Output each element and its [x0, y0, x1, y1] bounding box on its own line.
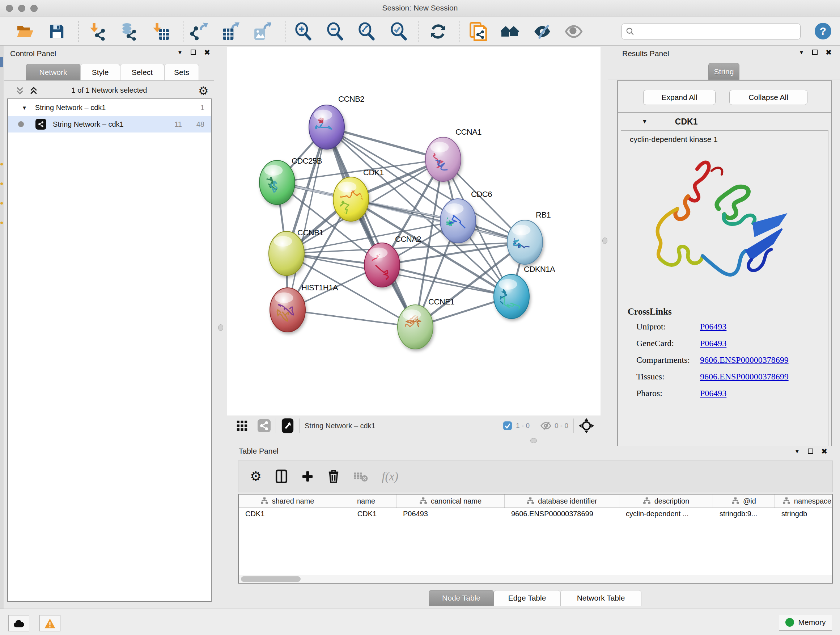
zoom-in-button[interactable] — [294, 22, 313, 41]
hidden-eye-icon[interactable] — [540, 421, 552, 431]
zoom-out-button[interactable] — [325, 22, 344, 41]
delete-column-trash-icon[interactable] — [327, 470, 340, 483]
panel-close-icon[interactable]: ✖ — [826, 49, 832, 56]
panel-float-icon[interactable] — [812, 50, 818, 55]
export-network-button[interactable] — [189, 22, 208, 41]
tab-sets[interactable]: Sets — [164, 64, 199, 81]
show-columns-icon[interactable] — [275, 470, 287, 483]
column-header-shared-name[interactable]: shared name — [239, 494, 336, 508]
crosslink-link[interactable]: P06493 — [700, 322, 726, 332]
panel-close-icon[interactable]: ✖ — [821, 448, 828, 455]
import-network-file-button[interactable] — [88, 22, 107, 41]
birds-eye-view-icon[interactable] — [281, 418, 294, 434]
panel-menu-icon[interactable]: ▼ — [177, 49, 183, 55]
panel-menu-icon[interactable]: ▼ — [799, 49, 804, 55]
pan-crosshair-icon[interactable] — [579, 418, 594, 433]
network-canvas[interactable]: CCNB2CCNA1CDC25BCDK1CDC6RB1CCNB1CCNA2CDK… — [227, 47, 600, 416]
collapse-all-button[interactable]: Collapse All — [729, 90, 807, 105]
table-horizontal-scrollbar[interactable] — [239, 575, 832, 583]
node-CDKN1A[interactable]: CDKN1A — [494, 264, 555, 318]
show-all-button[interactable] — [564, 22, 583, 41]
tab-style[interactable]: Style — [80, 64, 120, 81]
tab-network[interactable]: Network — [26, 64, 80, 81]
search-input[interactable] — [635, 27, 790, 36]
network-row[interactable]: String Network – cdk1 11 48 — [8, 116, 211, 133]
import-table-button[interactable] — [151, 22, 170, 41]
column-header-namespace[interactable]: namespace — [775, 494, 833, 508]
add-column-icon[interactable] — [302, 470, 314, 483]
refresh-button[interactable] — [429, 22, 447, 41]
collection-expand-icon[interactable]: ▼ — [22, 105, 27, 111]
table-cell[interactable]: cyclin-dependent ... — [619, 508, 713, 521]
home-layout-button[interactable] — [501, 22, 519, 41]
crosslink-row: GeneCard:P06493 — [621, 339, 829, 355]
table-cell[interactable]: stringdb — [775, 508, 833, 521]
hide-selected-button[interactable] — [533, 22, 552, 41]
crosslinks-heading: CrossLinks — [628, 307, 672, 317]
tab-select[interactable]: Select — [120, 64, 164, 81]
tab-edge-table[interactable]: Edge Table — [494, 590, 561, 606]
export-table-button[interactable] — [221, 22, 240, 41]
column-header-name[interactable]: name — [336, 494, 396, 508]
expand-all-button[interactable]: Expand All — [643, 90, 715, 105]
table-cell[interactable]: 9606.ENSP00000378699 — [505, 508, 619, 521]
right-splitter-handle[interactable] — [602, 238, 607, 244]
copy-network-button[interactable] — [469, 22, 488, 41]
network-share-icon[interactable] — [257, 419, 271, 432]
panel-menu-icon[interactable]: ▼ — [794, 448, 800, 454]
left-splitter-handle[interactable] — [218, 325, 223, 331]
node-HIST1H1A[interactable]: HIST1H1A — [270, 283, 338, 332]
help-label: ? — [820, 25, 826, 37]
node-CCNB2[interactable]: CCNB2 — [309, 95, 364, 149]
panel-float-icon[interactable] — [808, 448, 813, 454]
open-session-button[interactable] — [15, 22, 34, 41]
crosslink-link[interactable]: P06493 — [700, 388, 726, 398]
table-row[interactable]: CDK1CDK1P064939606.ENSP00000378699cyclin… — [239, 508, 832, 521]
cloud-button[interactable] — [8, 615, 29, 631]
edge-CCNB2-CCNE1[interactable] — [327, 127, 415, 327]
horizontal-splitter-handle[interactable] — [531, 438, 537, 443]
node-CDC25B[interactable]: CDC25B — [259, 157, 322, 204]
crosslink-link[interactable]: 9606.ENSP00000378699 — [700, 355, 789, 365]
background-dot — [0, 163, 3, 165]
edge-CCNB2-HIST1H1A[interactable] — [287, 127, 327, 310]
selected-checkbox-icon[interactable] — [503, 421, 512, 431]
column-header--id[interactable]: @id — [713, 494, 775, 508]
save-session-button[interactable] — [47, 22, 66, 41]
column-type-icon — [643, 497, 651, 505]
delete-table-icon[interactable] — [354, 470, 368, 482]
node-label-CCNB2: CCNB2 — [338, 95, 364, 103]
table-settings-gear-icon[interactable]: ⚙ — [250, 469, 262, 484]
zoom-fit-button[interactable] — [357, 22, 376, 41]
export-image-button[interactable] — [253, 22, 271, 41]
column-header-database-identifier[interactable]: database identifier — [505, 494, 619, 508]
node-CCNA1[interactable]: CCNA1 — [425, 127, 482, 181]
tab-string[interactable]: String — [708, 63, 739, 80]
network-options-gear-icon[interactable]: ⚙ — [198, 84, 209, 98]
panel-close-icon[interactable]: ✖ — [204, 49, 210, 56]
table-cell[interactable]: CDK1 — [239, 508, 336, 521]
network-collection-row[interactable]: ▼ String Network – cdk1 1 — [8, 99, 211, 116]
panel-float-icon[interactable] — [191, 50, 196, 55]
table-cell[interactable]: CDK1 — [336, 508, 396, 521]
tab-node-table[interactable]: Node Table — [429, 590, 494, 606]
section-collapse-icon[interactable]: ▼ — [642, 119, 647, 125]
crosslink-link[interactable]: 9606.ENSP00000378699 — [700, 372, 789, 382]
column-header-description[interactable]: description — [619, 494, 713, 508]
gene-section-header[interactable]: ▼ CDK1 — [618, 112, 831, 130]
table-cell[interactable]: P06493 — [396, 508, 505, 521]
grid-view-icon[interactable] — [236, 420, 248, 432]
tab-network-table[interactable]: Network Table — [561, 590, 641, 606]
memory-button[interactable]: Memory — [779, 614, 832, 631]
zoom-selected-button[interactable] — [389, 22, 408, 41]
warnings-button[interactable] — [39, 615, 60, 631]
table-cell[interactable]: stringdb:9... — [713, 508, 775, 521]
function-builder-icon[interactable]: f(x) — [382, 470, 398, 483]
crosslink-link[interactable]: P06493 — [700, 339, 726, 348]
scrollbar-thumb[interactable] — [241, 576, 301, 582]
node-RB1[interactable]: RB1 — [507, 211, 551, 264]
column-header-canonical-name[interactable]: canonical name — [396, 494, 505, 508]
help-button[interactable]: ? — [815, 23, 831, 40]
edge-HIST1H1A-CCNE1[interactable] — [287, 310, 415, 327]
import-network-database-button[interactable] — [119, 22, 138, 41]
